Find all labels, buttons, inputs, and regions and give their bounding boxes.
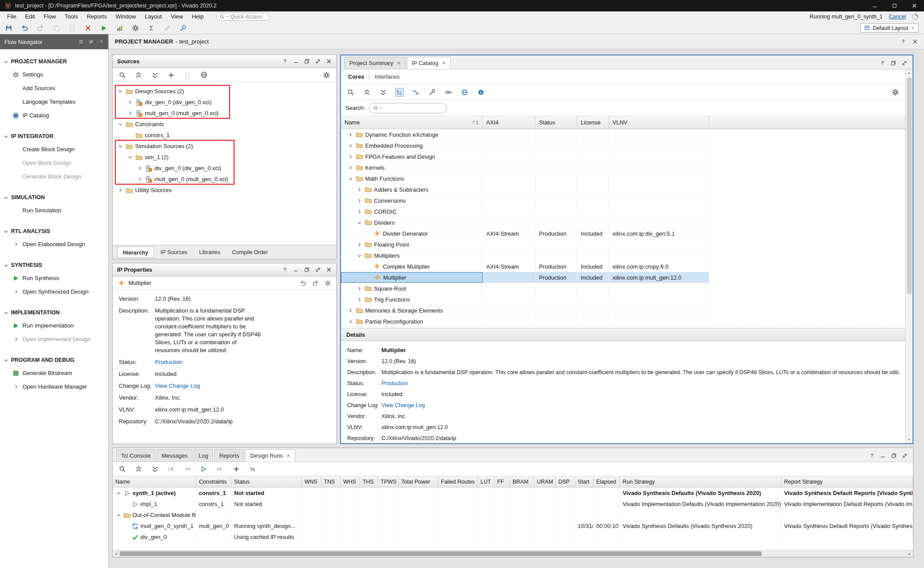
tab-messages[interactable]: Messages [157,449,192,462]
settings-button[interactable] [891,88,900,97]
window-close-button[interactable] [904,0,924,11]
expander-icon[interactable] [347,131,354,138]
catalog-row-conversions[interactable]: Conversions [341,195,709,206]
tab-design-runs[interactable]: Design Runs [246,449,295,462]
flow-item-open-synthesized-design[interactable]: Open Synthesized Design [0,285,108,299]
chevron-down-icon[interactable] [117,143,124,149]
flow-section-header[interactable]: IMPLEMENTATION [0,306,108,319]
catalog-row-dividers[interactable]: Dividers [341,217,709,228]
column-header-ths[interactable]: THS [360,476,378,487]
settings-button[interactable] [131,24,140,33]
tab-hierarchy[interactable]: Hierarchy [117,247,154,258]
subtab-cores[interactable]: Cores [348,73,364,80]
catalog-row-fpga-features-and-design[interactable]: FPGA Features and Design [341,151,709,162]
flow-section-header[interactable]: PROJECT MANAGER [0,55,108,68]
column-header-constraints[interactable]: Constraints [196,476,231,487]
catalog-row-adders-subtracters[interactable]: Adders & Subtracters [341,184,709,195]
tree-item-utility-sources[interactable]: Utility Sources [113,185,336,196]
create-runs-button[interactable] [232,465,241,473]
reports-button[interactable] [115,24,124,33]
minimize-button[interactable] [880,453,886,459]
flow-item-open-block-design[interactable]: Open Block Design [0,156,108,170]
cancel-link[interactable]: Cancel [889,14,906,20]
back-arrow-icon[interactable] [300,280,306,286]
column-header-tpws[interactable]: TPWS [378,476,399,487]
expander-icon[interactable] [347,318,354,325]
add-sources-button[interactable] [167,71,176,80]
copy-button[interactable] [52,24,61,33]
customize-ip-button[interactable] [428,88,436,97]
column-header-bram[interactable]: BRAM [510,476,534,487]
close-button[interactable] [912,39,918,44]
tree-item-design-sources-2[interactable]: Design Sources (2) [113,86,336,97]
minimize-button[interactable] [293,58,299,64]
maximize-button[interactable] [315,267,321,273]
flow-section-header[interactable]: RTL ANALYSIS [0,225,108,237]
run-button[interactable] [199,465,208,473]
layout-selector[interactable]: Default Layout [860,23,919,33]
quick-access-search[interactable]: Quick Access [216,13,270,21]
tab-log[interactable]: Log [194,449,213,462]
run-row-div-gen-0[interactable]: div_gen_0Using cached IP results [113,532,913,543]
window-maximize-button[interactable] [884,0,904,11]
catalog-row-cordic[interactable]: CORDIC [341,206,709,217]
catalog-row-complex-multiplier[interactable]: Complex MultiplierAXI4-StreamProductionI… [341,261,709,272]
flow-section-header[interactable]: PROGRAM AND DEBUG [0,354,108,366]
expander-icon[interactable] [356,285,363,292]
step-back-button[interactable] [183,465,192,473]
ip-info-button[interactable] [477,88,485,97]
catalog-row-multipliers[interactable]: Multipliers [341,250,709,261]
edit-properties-button[interactable] [183,71,192,80]
search-button[interactable] [346,88,355,97]
swap-layout-icon[interactable] [88,39,94,44]
tree-item-div-gen-0-div-gen-0-xci[interactable]: div_gen_0 (div_gen_0.xci) [113,163,336,174]
column-header-start[interactable]: Start [575,476,594,487]
expander-icon[interactable] [347,164,354,171]
run-row-impl-1[interactable]: impl_1constrs_1Not startedVivado Impleme… [113,499,913,510]
column-header-elapsed[interactable]: Elapsed [594,476,620,487]
scrollbar-thumb[interactable] [907,77,912,294]
group-by-category-button[interactable] [395,88,404,97]
collapse-all-button[interactable] [134,71,143,80]
catalog-row-kernels[interactable]: Kernels [341,162,709,173]
menu-view[interactable]: View [166,11,187,22]
step-forward-button[interactable] [216,465,224,473]
column-header-tns[interactable]: TNS [321,476,341,487]
expand-all-button[interactable] [150,71,159,80]
catalog-row-embedded-processing[interactable]: Embedded Processing [341,140,709,151]
gear-icon[interactable] [325,280,331,286]
flow-item-language-templates[interactable]: Language Templates [0,95,108,109]
float-button[interactable] [304,58,310,64]
expander-icon[interactable] [115,490,122,496]
catalog-row-divider-generator[interactable]: Divider GeneratorAXI4-StreamProductionIn… [341,228,709,239]
catalog-row-math-functions[interactable]: Math Functions [341,173,709,184]
scroll-right-button[interactable] [906,550,913,557]
expander-icon[interactable] [347,307,354,314]
catalog-row-dynamic-function-exchange[interactable]: Dynamic Function eXchange [341,129,709,140]
flow-item-settings[interactable]: Settings [0,68,108,81]
tab-compile-order[interactable]: Compile Order [227,247,273,258]
flow-item-run-implementation[interactable]: Run Implementation [0,319,108,332]
flow-section-header[interactable]: IP INTEGRATOR [0,130,108,142]
column-header-total-power[interactable]: Total Power [399,476,438,487]
close-button[interactable] [326,58,332,64]
column-header-vlnv[interactable]: VLNV [609,116,709,129]
undo-button[interactable] [20,24,29,33]
expander-icon[interactable] [356,252,363,259]
menu-tools[interactable]: Tools [60,11,82,22]
expand-all-button[interactable] [379,88,388,97]
chevron-right-icon[interactable] [136,176,143,182]
column-header-report-strategy[interactable]: Report Strategy [781,476,913,487]
chevron-right-icon[interactable] [117,187,124,193]
delete-button[interactable] [84,24,92,33]
flow-item-open-hardware-manager[interactable]: Open Hardware Manager [0,380,108,393]
run-button[interactable] [99,24,108,33]
menu-bars-icon[interactable] [78,39,84,44]
tab-reports[interactable]: Reports [214,449,244,462]
menu-help[interactable]: Help [187,11,208,22]
tree-item-mult-gen-0-mult-gen-0-xci[interactable]: mult_gen_0 (mult_gen_0.xci) [113,108,336,119]
help-button[interactable] [282,58,288,64]
help-icon[interactable] [99,39,104,44]
scroll-down-button[interactable] [906,436,913,443]
column-header-run-strategy[interactable]: Run Strategy [620,476,781,487]
